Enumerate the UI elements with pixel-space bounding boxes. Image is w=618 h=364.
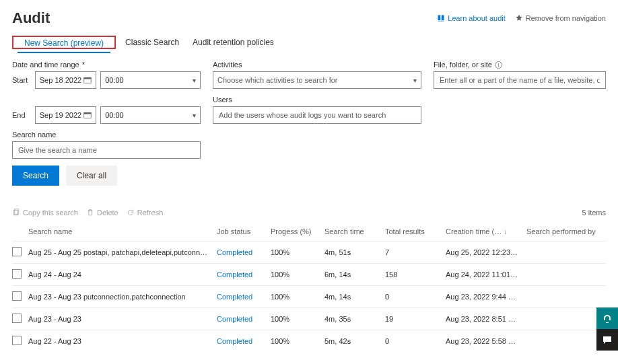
cell-progress: 100%: [271, 337, 324, 345]
cell-created: Aug 24, 2022 11:01…: [446, 270, 526, 279]
end-label: End: [12, 111, 31, 119]
end-time-select[interactable]: 00:00 ▾: [100, 106, 201, 124]
cell-created: Aug 23, 2022 9:44 …: [446, 293, 526, 301]
svg-rect-3: [84, 112, 92, 114]
trash-icon: [86, 209, 94, 217]
table-row[interactable]: Aug 23 - Aug 23Completed100%4m, 35s19Aug…: [12, 307, 606, 330]
row-checkbox[interactable]: [12, 247, 22, 256]
cell-status: Completed: [217, 270, 271, 279]
cell-time: 4m, 51s: [324, 248, 385, 256]
row-checkbox[interactable]: [12, 291, 22, 301]
cell-status: Completed: [217, 248, 271, 256]
tab-retention-policies[interactable]: Audit retention policies: [186, 34, 281, 51]
cell-time: 4m, 14s: [324, 293, 385, 301]
cell-progress: 100%: [271, 270, 324, 279]
cell-time: 4m, 35s: [324, 315, 385, 323]
activities-select[interactable]: Choose which activities to search for ▾: [213, 71, 421, 89]
calendar-icon: [83, 76, 92, 84]
tabs: New Search (preview) Classic Search Audi…: [12, 34, 606, 51]
info-icon[interactable]: i: [495, 61, 502, 69]
table-row[interactable]: Aug 23 - Aug 23 putconnection,patchconne…: [12, 285, 606, 307]
tab-new-search[interactable]: New Search (preview): [18, 34, 110, 53]
cell-status: Completed: [217, 337, 271, 345]
refresh-icon: [127, 209, 135, 217]
users-input[interactable]: [213, 106, 421, 124]
table-row[interactable]: Aug 22 - Aug 23Completed100%5m, 42s0Aug …: [12, 330, 606, 352]
activities-label: Activities: [213, 61, 421, 69]
calendar-icon: [83, 111, 92, 119]
start-date-input[interactable]: Sep 18 2022: [35, 71, 96, 89]
col-job-status[interactable]: Job status: [217, 227, 271, 235]
cell-name: Aug 22 - Aug 23: [28, 337, 217, 345]
cell-results: 7: [385, 248, 446, 256]
col-search-time[interactable]: Search time: [324, 227, 385, 235]
svg-rect-1: [84, 77, 92, 79]
search-button[interactable]: Search: [12, 166, 59, 186]
cell-progress: 100%: [271, 293, 324, 301]
cell-created: Aug 23, 2022 8:51 …: [446, 315, 526, 323]
row-checkbox[interactable]: [12, 336, 22, 345]
cell-progress: 100%: [271, 315, 324, 323]
cell-results: 158: [385, 270, 446, 279]
refresh-button[interactable]: Refresh: [127, 209, 164, 217]
cell-name: Aug 25 - Aug 25 postapi, patchapi,delete…: [28, 248, 217, 256]
col-progress[interactable]: Progess (%): [271, 227, 324, 235]
book-icon: [437, 14, 445, 22]
users-label: Users: [213, 96, 421, 104]
cell-results: 19: [385, 315, 446, 323]
items-count: 5 items: [582, 209, 606, 217]
cell-name: Aug 24 - Aug 24: [28, 270, 217, 279]
row-checkbox[interactable]: [12, 314, 22, 323]
copy-icon: [12, 209, 20, 217]
results-table: Search name Job status Progess (%) Searc…: [12, 222, 606, 352]
cell-status: Completed: [217, 315, 271, 323]
end-date-input[interactable]: Sep 19 2022: [35, 106, 96, 124]
cell-progress: 100%: [271, 248, 324, 256]
col-search-name[interactable]: Search name: [28, 227, 217, 235]
col-total-results[interactable]: Total results: [385, 227, 446, 235]
page-title: Audit: [12, 9, 50, 27]
copy-search-button[interactable]: Copy this search: [12, 209, 78, 217]
cell-created: Aug 23, 2022 5:58 …: [446, 337, 526, 345]
cell-time: 6m, 14s: [324, 270, 385, 279]
cell-results: 0: [385, 293, 446, 301]
cell-created: Aug 25, 2022 12:23…: [446, 248, 526, 256]
col-performed-by[interactable]: Search performed by: [526, 227, 600, 235]
col-creation-time[interactable]: Creation time (… ↓: [446, 227, 526, 235]
clear-all-button[interactable]: Clear all: [66, 166, 117, 186]
start-label: Start: [12, 76, 31, 84]
cell-results: 0: [385, 337, 446, 345]
cell-status: Completed: [217, 293, 271, 301]
sort-desc-icon: ↓: [504, 228, 507, 235]
help-float-button[interactable]: [596, 307, 618, 329]
file-folder-input[interactable]: [434, 71, 606, 89]
search-name-label: Search name: [12, 131, 201, 139]
cell-name: Aug 23 - Aug 23 putconnection,patchconne…: [28, 293, 217, 301]
start-time-select[interactable]: 00:00 ▾: [100, 71, 201, 89]
learn-about-audit-link[interactable]: Learn about audit: [437, 14, 506, 22]
chevron-down-icon: ▾: [193, 77, 196, 84]
row-checkbox[interactable]: [12, 269, 22, 279]
feedback-float-button[interactable]: [596, 329, 618, 351]
feedback-icon: [602, 334, 613, 345]
remove-from-nav-link[interactable]: Remove from navigation: [515, 14, 606, 22]
headset-icon: [602, 313, 613, 324]
search-name-input[interactable]: [12, 141, 201, 159]
delete-button[interactable]: Delete: [86, 209, 118, 217]
table-row[interactable]: Aug 24 - Aug 24Completed100%6m, 14s158Au…: [12, 263, 606, 285]
chevron-down-icon: ▾: [413, 77, 417, 84]
cell-name: Aug 23 - Aug 23: [28, 315, 217, 323]
tab-classic-search[interactable]: Classic Search: [118, 34, 186, 51]
table-row[interactable]: Aug 25 - Aug 25 postapi, patchapi,delete…: [12, 241, 606, 263]
file-folder-label: File, folder, or site i: [434, 61, 606, 69]
date-range-label: Date and time range: [12, 61, 201, 69]
chevron-down-icon: ▾: [193, 112, 196, 119]
highlight-box: New Search (preview): [12, 36, 116, 49]
cell-time: 5m, 42s: [324, 337, 385, 345]
unpin-icon: [515, 14, 523, 22]
